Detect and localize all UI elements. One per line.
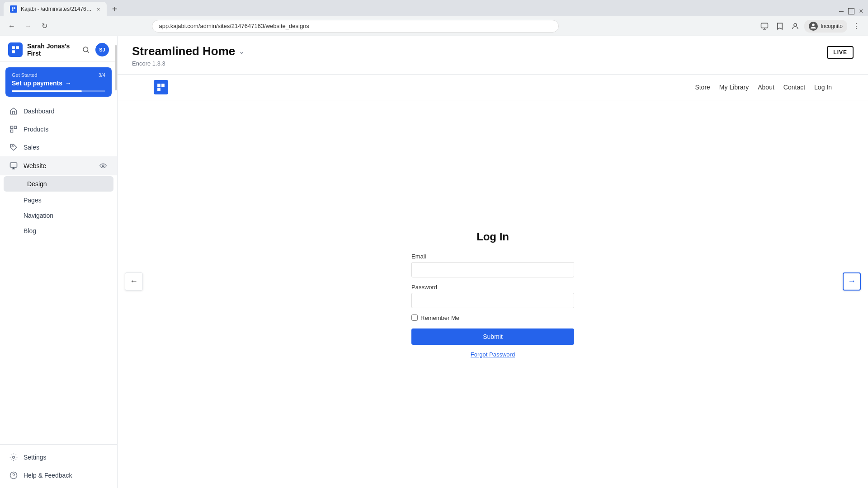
password-label: Password [411, 284, 574, 291]
remember-me-checkbox[interactable] [411, 314, 418, 321]
forgot-password-link[interactable]: Forgot Password [471, 351, 515, 358]
chevron-down-icon[interactable]: ⌄ [239, 47, 245, 56]
sidebar-item-label: Sales [24, 144, 39, 151]
password-input[interactable] [411, 293, 574, 308]
get-started-progress: 3/4 [99, 72, 105, 78]
email-field-group: Email [411, 253, 574, 277]
sidebar-item-label: Help & Feedback [24, 472, 72, 479]
preview-topnav: Store My Library About Contact Log In [118, 75, 868, 100]
profile-manager[interactable] [789, 20, 802, 33]
svg-point-8 [102, 165, 104, 167]
get-started-label: Get Started [12, 72, 37, 78]
sidebar-item-label: Website [24, 162, 46, 169]
sidebar-item-products[interactable]: Products [0, 120, 117, 138]
preview-body: Log In Email Password Remember Me [118, 100, 868, 488]
sidebar-item-sales[interactable]: Sales [0, 138, 117, 156]
get-started-header: Get Started 3/4 [12, 72, 105, 78]
progress-bar [12, 90, 105, 92]
page-header: Streamlined Home ⌄ Encore 1.3.3 LIVE [118, 36, 868, 75]
preview-area: ← → Store My Library About Contact Log I… [118, 75, 868, 488]
question-icon [9, 471, 18, 480]
preview-nav-link-store[interactable]: Store [695, 84, 710, 91]
address-bar[interactable]: app.kajabi.com/admin/sites/2147647163/we… [152, 20, 559, 33]
header-search-button[interactable] [79, 43, 93, 56]
page-subtitle: Encore 1.3.3 [132, 60, 245, 67]
page-title: Streamlined Home [132, 44, 235, 58]
sidebar-item-label: Dashboard [24, 108, 55, 115]
tag-icon [9, 143, 18, 152]
login-title: Log In [411, 230, 574, 243]
page-title-area: Streamlined Home ⌄ Encore 1.3.3 [132, 44, 245, 67]
nav-section: Dashboard Products Sales Website [0, 99, 117, 242]
svg-rect-0 [761, 23, 768, 28]
sidebar-item-label: Products [24, 126, 48, 133]
eye-icon[interactable] [98, 161, 108, 171]
scroll-indicator [115, 36, 117, 488]
home-icon [9, 107, 18, 116]
svg-rect-7 [10, 163, 17, 167]
forward-button[interactable]: → [22, 20, 34, 33]
incognito-avatar [809, 22, 818, 31]
preview-nav-link-mylibrary[interactable]: My Library [719, 84, 749, 91]
svg-point-2 [83, 47, 88, 52]
new-tab-button[interactable]: + [108, 3, 121, 15]
tab-title: Kajabi - /admin/sites/214764716... [21, 6, 93, 12]
grid-icon [9, 125, 18, 134]
sub-nav-pages[interactable]: Pages [0, 192, 117, 208]
incognito-label[interactable]: Incognito [804, 20, 847, 33]
browser-nav-bar: ← → ↻ app.kajabi.com/admin/sites/2147647… [0, 16, 868, 36]
sidebar-item-website[interactable]: Website [0, 156, 117, 175]
sidebar-item-dashboard[interactable]: Dashboard [0, 102, 117, 120]
browser-chrome: Kajabi - /admin/sites/214764716... × + ─… [0, 0, 868, 16]
monitor-icon [9, 161, 18, 170]
sub-nav-design[interactable]: Design [4, 176, 113, 192]
preview-nav-left-button[interactable]: ← [125, 272, 143, 291]
sidebar-item-settings[interactable]: Settings [0, 448, 117, 466]
site-name: Sarah Jonas's First [27, 42, 75, 57]
svg-rect-3 [10, 126, 13, 128]
get-started-card[interactable]: Get Started 3/4 Set up payments → [5, 67, 112, 97]
back-button[interactable]: ← [5, 20, 18, 33]
email-input[interactable] [411, 262, 574, 277]
sidebar: Sarah Jonas's First SJ Get Started 3/4 S… [0, 36, 118, 488]
submit-button[interactable]: Submit [411, 328, 574, 345]
preview-nav-link-login[interactable]: Log In [814, 84, 832, 91]
remember-me-row: Remember Me [411, 314, 574, 321]
preview-nav-link-contact[interactable]: Contact [783, 84, 805, 91]
tab-favicon [10, 5, 17, 13]
login-box: Log In Email Password Remember Me [411, 230, 574, 358]
live-badge[interactable]: LIVE [827, 46, 854, 59]
sidebar-bottom: Settings Help & Feedback [0, 444, 117, 488]
email-label: Email [411, 253, 574, 260]
svg-point-9 [13, 456, 15, 459]
preview-nav-right-button[interactable]: → [843, 272, 861, 291]
bookmark-icon[interactable] [774, 20, 786, 33]
gear-icon [9, 453, 18, 462]
tab-close[interactable]: × [97, 6, 100, 13]
cast-icon[interactable] [758, 20, 771, 33]
browser-tab[interactable]: Kajabi - /admin/sites/214764716... × [4, 2, 107, 16]
preview-nav-links: Store My Library About Contact Log In [695, 84, 832, 91]
preview-nav-link-about[interactable]: About [758, 84, 774, 91]
window-minimize[interactable]: ─ [838, 8, 844, 14]
sub-nav-navigation[interactable]: Navigation [0, 208, 117, 223]
app-logo [8, 42, 23, 57]
window-maximize[interactable] [848, 8, 854, 14]
sidebar-item-label: Settings [24, 454, 47, 461]
menu-icon[interactable]: ⋮ [850, 20, 863, 33]
progress-fill [12, 90, 82, 92]
reload-button[interactable]: ↻ [38, 20, 51, 33]
user-avatar[interactable]: SJ [95, 43, 109, 56]
svg-point-6 [12, 145, 13, 147]
sidebar-item-help[interactable]: Help & Feedback [0, 466, 117, 484]
sidebar-header: Sarah Jonas's First SJ [0, 36, 117, 62]
svg-rect-5 [10, 130, 13, 132]
main-content: Streamlined Home ⌄ Encore 1.3.3 LIVE ← → [118, 36, 868, 488]
remember-me-label: Remember Me [420, 314, 459, 321]
preview-site-logo [154, 80, 168, 94]
website-preview: Store My Library About Contact Log In Lo… [118, 75, 868, 488]
window-close[interactable]: × [858, 8, 864, 14]
url-text: app.kajabi.com/admin/sites/2147647163/we… [159, 23, 309, 29]
sub-nav-blog[interactable]: Blog [0, 223, 117, 239]
svg-rect-4 [14, 126, 17, 128]
